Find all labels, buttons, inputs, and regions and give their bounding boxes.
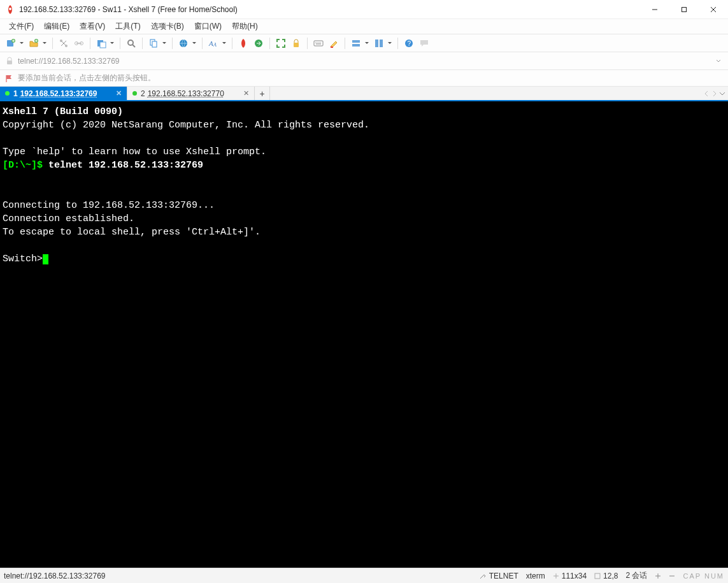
plus-icon [655,573,661,579]
copy-dropdown[interactable] [162,41,167,45]
status-plus-button[interactable] [655,573,661,579]
menu-help[interactable]: 帮助(H) [227,19,263,34]
toolbar-separator [52,38,53,49]
tab-close-button[interactable]: ✕ [243,89,249,97]
reconnect-button[interactable] [57,36,71,50]
status-indicators: CAP NUM [683,572,724,580]
disconnect-button[interactable] [72,36,86,50]
help-button[interactable]: ? [402,36,416,50]
lock-button[interactable] [289,36,303,50]
find-button[interactable] [124,36,138,50]
svg-point-6 [65,45,68,47]
toolbar-separator [142,38,143,49]
svg-text:A: A [213,42,217,48]
svg-rect-23 [380,40,383,47]
svg-rect-20 [352,40,360,43]
menu-window[interactable]: 窗口(W) [189,19,227,34]
cursor-pos-icon [594,573,601,579]
flag-icon [5,74,14,83]
plug-icon [479,572,487,580]
svg-rect-13 [152,41,157,47]
svg-point-0 [9,8,11,10]
tab-label: 192.168.52.133:32769 [20,89,97,98]
svg-rect-27 [595,573,600,579]
svg-rect-10 [100,42,106,48]
tab-prev-button[interactable] [704,90,710,97]
svg-point-11 [128,40,133,45]
svg-text:?: ? [408,40,411,47]
status-dot-icon [5,91,10,96]
menu-tools[interactable]: 工具(T) [110,19,145,34]
tab-strip: 1 192.168.52.133:32769 ✕ 2 192.168.52.13… [0,87,728,101]
split-horizontal-button[interactable] [349,36,363,50]
hint-text: 要添加当前会话，点击左侧的箭头按钮。 [18,73,155,83]
xftp-button[interactable] [252,36,266,50]
menu-tab[interactable]: 选项卡(B) [146,19,189,34]
tab-menu-button[interactable] [719,90,725,97]
font-button[interactable]: AA [206,36,220,50]
tab-close-button[interactable]: ✕ [116,89,122,97]
maximize-button[interactable] [669,0,699,19]
properties-button[interactable] [94,36,108,50]
encoding-dropdown[interactable] [192,41,197,45]
status-url: telnet://192.168.52.133:32769 [4,572,105,580]
open-folder-button[interactable] [27,36,41,50]
split-h-dropdown[interactable] [364,41,369,45]
new-session-dropdown[interactable] [19,41,24,45]
svg-rect-18 [294,43,299,47]
svg-rect-1 [682,7,687,11]
address-bar[interactable]: telnet://192.168.52.133:32769 [0,52,728,70]
status-bar: telnet://192.168.52.133:32769 TELNET xte… [0,568,728,583]
title-bar: 192.168.52.133:32769 - Sw11 - Xshell 7 (… [0,0,728,19]
status-size: 111x34 [553,572,587,580]
close-button[interactable] [699,0,728,19]
chat-button[interactable] [417,36,431,50]
status-minus-button[interactable] [669,573,675,579]
minus-icon [669,573,675,579]
lock-icon [5,57,14,66]
menu-view[interactable]: 查看(V) [75,19,110,34]
open-folder-dropdown[interactable] [42,41,47,45]
toolbar-separator [232,38,232,49]
size-icon [553,573,559,579]
font-dropdown[interactable] [222,41,227,45]
svg-point-5 [60,40,62,42]
address-url: telnet://192.168.52.133:32769 [18,57,119,66]
session-tab-1[interactable]: 1 192.168.52.133:32769 ✕ [0,87,127,100]
menu-edit[interactable]: 编辑(E) [39,19,75,34]
toolbar-separator [120,38,120,49]
svg-rect-22 [375,40,378,47]
fullscreen-button[interactable] [274,36,288,50]
toolbar-separator [397,38,398,49]
svg-rect-19 [314,41,323,46]
window-title: 192.168.52.133:32769 - Sw11 - Xshell 7 (… [19,5,238,14]
tab-next-button[interactable] [711,90,718,97]
toolbar-separator [172,38,173,49]
svg-text:A: A [208,40,213,47]
status-cursor-pos: 12,8 [594,572,618,580]
menu-file[interactable]: 文件(F) [4,19,39,34]
status-protocol: TELNET [479,572,518,580]
status-term-type: xterm [526,572,545,580]
xshell-button[interactable] [236,36,250,50]
toolbar-separator [345,38,345,49]
address-dropdown-icon[interactable] [714,59,723,64]
session-tab-2[interactable]: 2 192.168.52.133:32770 ✕ [127,87,255,100]
toolbar: AA ? [0,34,728,52]
toolbar-separator [90,38,90,49]
highlight-button[interactable] [327,36,341,50]
split-v-dropdown[interactable] [387,41,392,45]
keyboard-button[interactable] [311,36,325,50]
svg-rect-21 [352,44,360,47]
add-tab-button[interactable]: + [255,87,270,100]
status-dot-icon [132,91,137,96]
terminal[interactable]: Xshell 7 (Build 0090)Copyright (c) 2020 … [0,101,728,568]
minimize-button[interactable] [640,0,669,19]
encoding-button[interactable] [176,36,190,50]
copy-button[interactable] [146,36,161,50]
properties-dropdown[interactable] [110,41,115,45]
split-vertical-button[interactable] [372,36,386,50]
tab-label: 192.168.52.133:32770 [148,89,224,98]
new-session-button[interactable] [4,36,18,50]
app-icon [5,4,15,15]
